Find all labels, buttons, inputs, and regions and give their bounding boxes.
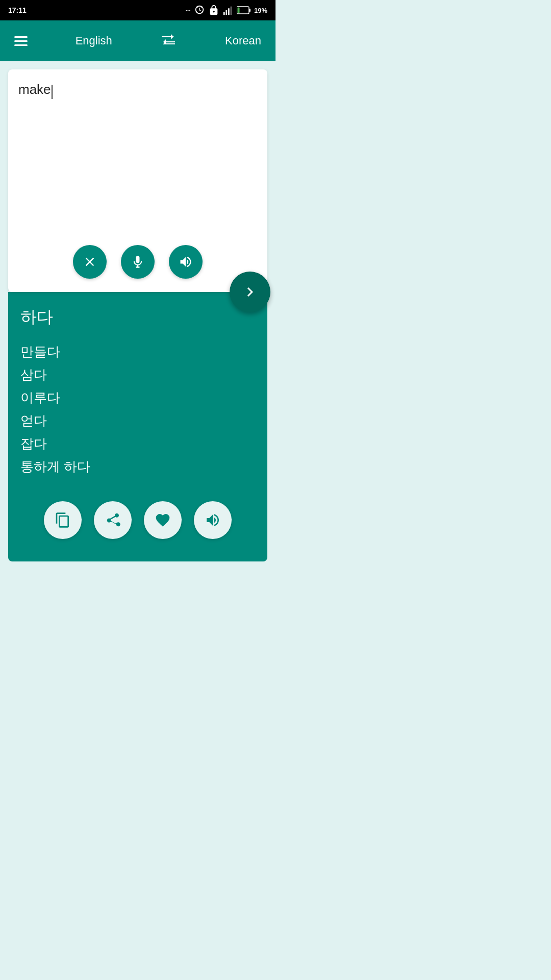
share-icon: [105, 512, 121, 528]
bottom-action-buttons: [20, 496, 255, 549]
microphone-button[interactable]: [121, 245, 155, 279]
battery-percent: 19%: [254, 7, 267, 14]
translation-alt-3: 이루다: [20, 389, 255, 407]
copy-button[interactable]: [44, 501, 82, 539]
microphone-icon: [131, 255, 145, 269]
svg-rect-2: [228, 8, 230, 15]
share-button[interactable]: [94, 501, 132, 539]
favorite-button[interactable]: [144, 501, 182, 539]
translation-area: 하다 만들다 삼다 이루다 얻다 잡다 통하게 하다: [8, 292, 267, 561]
menu-button[interactable]: [14, 36, 28, 46]
text-cursor: [52, 85, 53, 99]
status-icons: ··· 19%: [185, 5, 267, 16]
swap-languages-button[interactable]: [160, 32, 177, 50]
svg-rect-3: [231, 7, 232, 15]
status-time: 17:11: [8, 6, 27, 14]
signal-icon: [222, 5, 234, 16]
translation-primary: 하다: [20, 306, 255, 329]
heart-icon: [155, 512, 171, 528]
translation-alt-5: 잡다: [20, 435, 255, 453]
app-header: English Korean: [0, 20, 276, 61]
svg-rect-0: [223, 12, 225, 15]
translation-alt-4: 얻다: [20, 412, 255, 430]
input-text-value: make: [18, 82, 51, 97]
svg-rect-6: [237, 8, 239, 13]
translation-alternatives-list: 만들다 삼다 이루다 얻다 잡다 통하게 하다: [20, 343, 255, 476]
status-bar: 17:11 ··· 19%: [0, 0, 276, 20]
source-language-button[interactable]: English: [76, 34, 112, 47]
speaker-icon: [179, 255, 193, 269]
copy-icon: [55, 512, 71, 528]
alarm-icon: [194, 5, 205, 16]
clear-icon: [83, 255, 97, 269]
lock-icon: [208, 5, 219, 16]
audio-bottom-button[interactable]: [194, 501, 232, 539]
send-icon: [241, 283, 259, 301]
dots-icon: ···: [185, 7, 191, 14]
input-action-buttons: [18, 245, 257, 284]
send-translate-button[interactable]: [230, 272, 270, 312]
translation-alt-6: 통하게 하다: [20, 458, 255, 476]
svg-rect-5: [249, 9, 251, 12]
input-text-display: make: [18, 82, 257, 235]
translation-alt-2: 삼다: [20, 366, 255, 384]
audio-bottom-icon: [205, 512, 221, 528]
translation-alt-1: 만들다: [20, 343, 255, 361]
svg-rect-1: [226, 10, 227, 15]
clear-button[interactable]: [73, 245, 107, 279]
input-area: make: [8, 69, 267, 292]
battery-icon: [237, 6, 251, 14]
speaker-button[interactable]: [169, 245, 203, 279]
swap-icon: [160, 32, 177, 46]
target-language-button[interactable]: Korean: [225, 34, 261, 47]
